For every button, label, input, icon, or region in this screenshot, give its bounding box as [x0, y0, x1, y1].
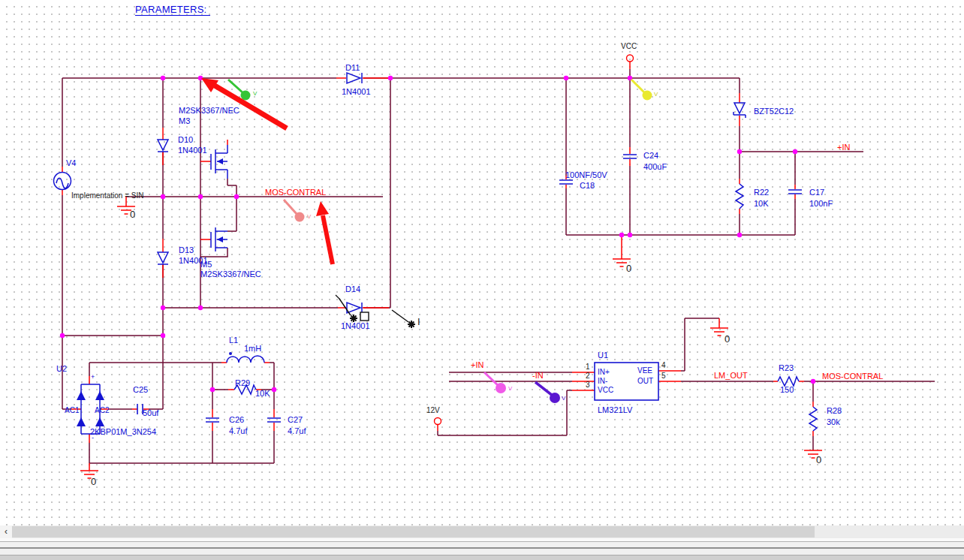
u1-value-label[interactable]: LM321LV [598, 405, 632, 414]
statusbar-strip [0, 549, 964, 555]
m3-ref-label[interactable]: M3 [179, 116, 190, 125]
net-mos-contral-right[interactable]: MOS-CONTRAL [822, 372, 883, 381]
horizontal-scrollbar[interactable]: ‹ [0, 525, 964, 538]
net-mos-contral-mid[interactable]: MOS-CONTRAL [265, 188, 326, 197]
probe-v-yellow: V [654, 92, 658, 98]
current-probe-label: I [417, 317, 420, 327]
m5-ref-label[interactable]: M5 [200, 260, 212, 269]
c26-value-label[interactable]: 4.7uf [229, 426, 247, 435]
r29-value-label[interactable]: 10K [255, 389, 270, 398]
v4-source[interactable] [54, 173, 71, 190]
c17-capacitor[interactable] [788, 190, 802, 194]
u1-pin3-number: 3 [586, 381, 590, 389]
ground-label-v4[interactable]: 0 [130, 209, 135, 220]
ground-label-opamp[interactable]: 0 [725, 334, 730, 345]
net-minus-in-amp[interactable]: -IN [532, 371, 544, 380]
c27-ref-label[interactable]: C27 [288, 415, 303, 424]
r22-ref-label[interactable]: R22 [754, 188, 769, 197]
probe-v-purple: V [562, 396, 565, 402]
wires[interactable] [62, 69, 935, 463]
l1-inductor[interactable] [227, 352, 264, 363]
u2-ref-label[interactable]: U2 [56, 364, 67, 373]
c17-value-label[interactable]: 100nF [809, 199, 833, 208]
m3-mosfet[interactable] [211, 140, 227, 179]
voltage-probe-purple[interactable] [535, 382, 560, 403]
voltage-probe-salmon[interactable] [284, 200, 305, 222]
d10-ref-label[interactable]: D10 [178, 135, 193, 144]
u1-pin4-number: 4 [661, 361, 666, 369]
c26-capacitor[interactable] [206, 418, 219, 422]
u1-pin-in-plus: IN+ [598, 368, 610, 376]
c27-value-label[interactable]: 4.7uf [288, 426, 306, 435]
l1-value-label[interactable]: 1mH [244, 344, 261, 353]
c25-value-label[interactable]: 50uf [143, 408, 158, 417]
u1-pin1-number: 1 [586, 363, 590, 371]
ground-label-bottom-left[interactable]: 0 [91, 477, 96, 487]
m3-value-label[interactable]: M2SK3367/NEC [179, 106, 239, 115]
ground-label-mid[interactable]: 0 [626, 263, 631, 274]
d14-diode[interactable] [347, 303, 362, 313]
current-probe-right[interactable] [392, 310, 415, 328]
c17-ref-label[interactable]: C17 [809, 188, 824, 197]
annotation-arrow-top [201, 78, 287, 128]
vcc-power-symbol[interactable] [627, 55, 634, 62]
d13-diode[interactable] [158, 252, 168, 264]
r29-ref-label[interactable]: R29 [235, 378, 250, 387]
junction-dots [60, 76, 815, 392]
d13-ref-label[interactable]: D13 [179, 245, 194, 254]
schematic-canvas[interactable]: PARAMETERS: V4 Implementation = SIN M2SK… [0, 0, 964, 525]
c24-ref-label[interactable]: C24 [643, 151, 658, 160]
r22-value-label[interactable]: 10K [754, 199, 769, 208]
u2-value-label[interactable]: 2KBP01M_3N254 [90, 427, 156, 436]
u1-pin-out: OUT [637, 377, 653, 385]
net-plus-in-amp[interactable]: +IN [471, 360, 484, 369]
r23-value-label[interactable]: 150 [780, 385, 794, 394]
d11-diode[interactable] [347, 73, 362, 83]
c26-ref-label[interactable]: C26 [229, 415, 244, 424]
v4-property-label[interactable]: Implementation = SIN [71, 191, 143, 200]
u1-pin-in-minus: IN- [598, 377, 607, 385]
u1-ref-label[interactable]: U1 [598, 351, 608, 360]
u2-plus-mark: + [91, 374, 95, 381]
parameters-title[interactable]: PARAMETERS: [135, 5, 210, 16]
l1-ref-label[interactable]: L1 [229, 336, 238, 345]
r28-ref-label[interactable]: R28 [827, 406, 842, 415]
c18-ref-label[interactable]: C18 [580, 181, 595, 190]
statusbar-strip [0, 542, 964, 547]
u2-ac1-label: AC1 [65, 406, 79, 414]
d10-value-label[interactable]: 1N4001 [178, 146, 207, 155]
c27-capacitor[interactable] [267, 418, 281, 422]
scroll-left-button[interactable]: ‹ [0, 525, 12, 538]
m5-mosfet[interactable] [211, 227, 227, 251]
r28-resistor[interactable] [809, 407, 817, 431]
d10-diode[interactable] [158, 140, 168, 152]
statusbar-bottom [0, 555, 964, 560]
v12-power-symbol[interactable] [435, 418, 441, 425]
r22-resistor[interactable] [736, 184, 743, 209]
v4-ref-label[interactable]: V4 [66, 158, 76, 167]
probe-v-magenta: V [508, 386, 512, 393]
c24-value-label[interactable]: 400uF [643, 162, 667, 171]
net-plus-in-right[interactable]: +IN [837, 143, 850, 152]
c18-value-label[interactable]: 100NF/50V [565, 170, 607, 179]
d14-value-label[interactable]: 1N4001 [341, 321, 370, 330]
c25-capacitor[interactable] [137, 404, 143, 414]
v12-label[interactable]: 12V [426, 406, 440, 414]
zener-value-label[interactable]: BZT52C12 [754, 107, 794, 116]
m5-value-label[interactable]: M2SK3367/NEC [200, 269, 261, 278]
ground-label-r28[interactable]: 0 [816, 455, 821, 465]
voltage-probe-magenta[interactable] [484, 372, 506, 393]
scrollbar-thumb[interactable] [12, 526, 815, 537]
current-probe-left[interactable] [336, 295, 369, 322]
c24-capacitor[interactable] [623, 155, 637, 158]
c18-capacitor[interactable] [559, 180, 573, 184]
r23-ref-label[interactable]: R23 [779, 363, 794, 372]
net-lm-out[interactable]: LM_OUT [714, 371, 748, 380]
d11-value-label[interactable]: 1N4001 [342, 87, 371, 96]
vcc-label[interactable]: VCC [621, 42, 637, 50]
d14-ref-label[interactable]: D14 [345, 285, 360, 294]
c25-ref-label[interactable]: C25 [133, 385, 148, 394]
voltage-probe-yellow[interactable] [631, 80, 652, 101]
r28-value-label[interactable]: 30k [827, 417, 840, 426]
d11-ref-label[interactable]: D11 [345, 63, 360, 72]
